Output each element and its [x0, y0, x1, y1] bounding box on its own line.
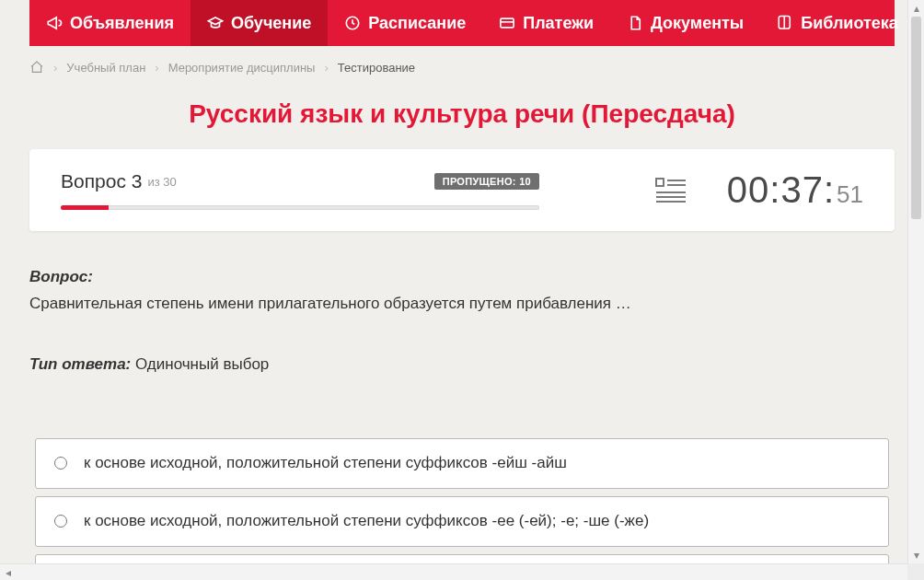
- nav-label: Объявления: [70, 14, 174, 33]
- question-list-button[interactable]: [655, 178, 687, 203]
- timer-seconds: 51: [837, 180, 863, 209]
- home-icon[interactable]: [29, 60, 44, 75]
- question-text: Сравнительная степень имени прилагательн…: [29, 294, 895, 315]
- answer-option[interactable]: к основе исходной, положительной степени…: [35, 438, 889, 489]
- answer-option[interactable]: к основе исходной, положительной степени…: [35, 496, 889, 547]
- answer-type: Тип ответа: Одиночный выбор: [29, 355, 895, 374]
- question-label: Вопрос:: [29, 268, 895, 286]
- answer-radio[interactable]: [54, 515, 67, 528]
- scrollbar-corner: [907, 563, 924, 580]
- breadcrumb-item-current: Тестирование: [338, 61, 415, 75]
- nav-item-schedule[interactable]: Расписание: [328, 0, 482, 46]
- breadcrumb: › Учебный план › Мероприятие дисциплины …: [29, 46, 895, 88]
- megaphone-icon: [46, 15, 63, 31]
- nav-item-library[interactable]: Библиотека: [760, 0, 924, 46]
- clock-icon: [344, 15, 361, 31]
- nav-item-announcements[interactable]: Объявления: [29, 0, 191, 46]
- graduation-icon: [207, 15, 224, 31]
- question-header-card: Вопрос 3 из 30 ПРОПУЩЕНО: 10: [29, 149, 895, 231]
- timer-main: 00:37:: [727, 169, 835, 211]
- scroll-track[interactable]: [908, 17, 924, 547]
- answer-option-text: к основе исходной, положительной степени…: [84, 512, 649, 530]
- scroll-left-arrow[interactable]: ◂: [0, 566, 17, 579]
- nav-label: Документы: [651, 14, 744, 33]
- answer-radio[interactable]: [54, 457, 67, 470]
- chevron-right-icon: ›: [155, 61, 158, 75]
- nav-item-documents[interactable]: Документы: [610, 0, 760, 46]
- svg-rect-1: [501, 18, 514, 28]
- horizontal-scrollbar[interactable]: ◂ ▸: [0, 563, 924, 580]
- nav-item-education[interactable]: Обучение: [191, 0, 328, 46]
- chevron-right-icon: ›: [324, 61, 328, 75]
- nav-label: Расписание: [368, 14, 466, 33]
- answer-option-text: к основе исходной, положительной степени…: [84, 454, 567, 472]
- top-nav: Объявления Обучение Расписание Платежи: [29, 0, 895, 46]
- skipped-badge: ПРОПУЩЕНО: 10: [434, 173, 539, 190]
- nav-label: Платежи: [523, 14, 594, 33]
- vertical-scrollbar[interactable]: ▴ ▾: [907, 0, 924, 563]
- scroll-down-arrow[interactable]: ▾: [914, 547, 919, 563]
- nav-label: Библиотека: [801, 14, 898, 33]
- answer-options: к основе исходной, положительной степени…: [29, 438, 895, 563]
- question-number-label: Вопрос 3: [61, 170, 142, 192]
- card-icon: [499, 15, 515, 31]
- question-total: из 30: [147, 175, 176, 189]
- progress-bar: [61, 205, 539, 210]
- chevron-right-icon: ›: [53, 61, 57, 75]
- nav-item-payments[interactable]: Платежи: [482, 0, 610, 46]
- answer-option[interactable]: слов наиболее, наименее к основе исходно…: [35, 554, 889, 563]
- breadcrumb-item[interactable]: Учебный план: [66, 61, 145, 75]
- scroll-up-arrow[interactable]: ▴: [914, 0, 919, 17]
- nav-label: Обучение: [231, 14, 311, 33]
- page-title: Русский язык и культура речи (Пересдача): [29, 99, 895, 129]
- breadcrumb-item[interactable]: Мероприятие дисциплины: [168, 61, 316, 75]
- book-icon: [777, 15, 793, 31]
- timer: 00:37:51: [727, 169, 863, 211]
- svg-rect-2: [656, 179, 664, 186]
- doc-icon: [627, 15, 643, 31]
- question-body: Вопрос: Сравнительная степень имени прил…: [29, 268, 895, 374]
- scroll-thumb[interactable]: [911, 17, 921, 219]
